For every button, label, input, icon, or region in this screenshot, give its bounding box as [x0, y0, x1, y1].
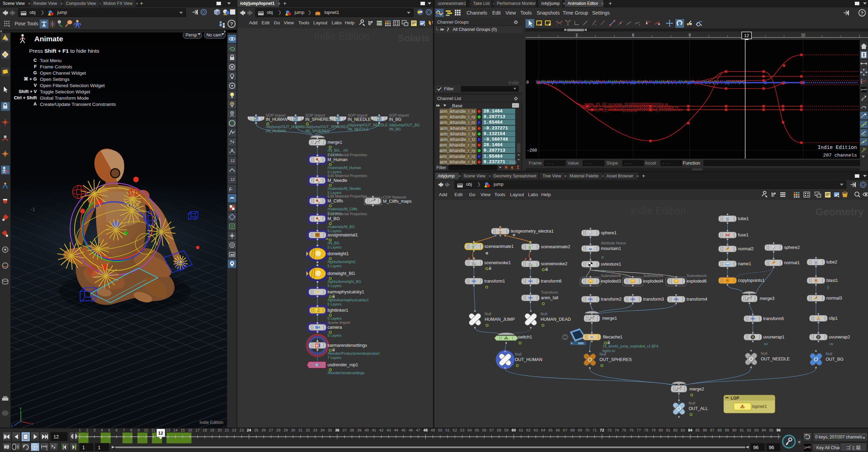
svg-text:/lights/karmaphysicalsky1: /lights/karmaphysicalsky1 — [327, 298, 369, 302]
svg-text:84: 84 — [688, 428, 692, 432]
svg-text:Null: Null — [515, 352, 521, 356]
svg-text:/IN_BG: /IN_BG — [389, 127, 401, 131]
svg-text:domelight1: domelight1 — [327, 251, 349, 256]
svg-text:5 Layers: 5 Layers — [327, 302, 341, 306]
svg-text:?: ? — [861, 10, 863, 16]
svg-text:41: 41 — [372, 428, 376, 432]
svg-text:6: 6 — [632, 33, 635, 37]
svg-text:0: 0 — [827, 285, 829, 290]
svg-text:Subnetwork: Subnetwork — [687, 274, 707, 278]
svg-text:5 Layers: 5 Layers — [327, 316, 341, 320]
svg-text:5 Layers: 5 Layers — [327, 284, 341, 288]
svg-text:50: 50 — [438, 428, 442, 432]
svg-text:82: 82 — [673, 428, 678, 432]
svg-text:2: 2 — [86, 428, 88, 432]
svg-text:9: 9 — [138, 428, 140, 432]
svg-text:OUT_BG: OUT_BG — [826, 357, 843, 362]
svg-text:207 channels: 207 channels — [823, 153, 857, 158]
svg-text:5: 5 — [108, 428, 110, 432]
svg-text:23: 23 — [239, 428, 244, 432]
svg-text:transform5: transform5 — [763, 316, 784, 321]
svg-text:blast1: blast1 — [826, 278, 838, 283]
svg-text:88: 88 — [717, 428, 722, 432]
svg-text:/IN_HUMAN: /IN_HUMAN — [266, 129, 286, 133]
svg-text:M_Cliffs_maps: M_Cliffs_maps — [383, 199, 411, 204]
svg-text:Open Filtered Selection Widget: Open Filtered Selection Widget — [40, 83, 105, 88]
svg-text:33: 33 — [313, 428, 317, 432]
svg-text:uvunwrap2: uvunwrap2 — [829, 335, 850, 340]
svg-text:86: 86 — [703, 428, 707, 432]
svg-text:60: 60 — [512, 428, 516, 432]
svg-text:x: x — [639, 23, 640, 26]
svg-text:13: 13 — [166, 428, 170, 432]
svg-text:57: 57 — [490, 428, 494, 432]
svg-text:M_Human: M_Human — [327, 157, 348, 162]
svg-text:tube2: tube2 — [826, 260, 837, 265]
svg-text:85: 85 — [696, 428, 700, 432]
svg-text:Create/Update Transient Constr: Create/Update Transient Constraints — [40, 102, 116, 107]
svg-text:?: ? — [230, 21, 233, 27]
svg-text:37: 37 — [342, 428, 347, 432]
svg-text:35: 35 — [328, 428, 332, 432]
svg-text:54: 54 — [467, 428, 471, 432]
svg-text:17: 17 — [195, 428, 199, 432]
svg-text:27: 27 — [269, 428, 273, 432]
svg-text:21: 21 — [225, 428, 229, 432]
svg-text:74: 74 — [614, 428, 619, 432]
svg-text:68: 68 — [570, 428, 575, 432]
svg-text:LOP: LOP — [731, 396, 739, 401]
svg-text:Indie Edition: Indie Edition — [631, 205, 686, 216]
svg-text:-1: -1 — [31, 206, 35, 212]
svg-text:Tool Menu: Tool Menu — [40, 58, 61, 63]
svg-text:9: 9 — [689, 33, 691, 37]
svg-text:64: 64 — [541, 428, 545, 432]
svg-text:48: 48 — [423, 428, 427, 432]
svg-text:Toggle Selection Widget: Toggle Selection Widget — [40, 89, 90, 94]
svg-text:OUT_SPHERES: OUT_SPHERES — [599, 357, 632, 362]
svg-text:53: 53 — [460, 428, 464, 432]
svg-text:/materials/M_Human: /materials/M_Human — [327, 166, 361, 170]
svg-text:Persp: Persp — [186, 33, 197, 37]
svg-text:29: 29 — [283, 428, 288, 432]
svg-text:Null: Null — [689, 401, 695, 405]
svg-text:/Render/rendersettings: /Render/rendersettings — [327, 371, 365, 375]
svg-text:y: y — [20, 407, 22, 410]
svg-text:16_kinefx_jump_exploded_v1.$F4: 16_kinefx_jump_exploded_v1.$F4. — [603, 344, 659, 348]
svg-text:94: 94 — [761, 428, 766, 432]
svg-text:24: 24 — [247, 428, 251, 432]
svg-text:copytopoints1: copytopoints1 — [738, 278, 765, 283]
svg-text:M_Needle: M_Needle — [327, 178, 347, 183]
svg-text:5 Layers: 5 Layers — [327, 245, 341, 249]
svg-text:46: 46 — [409, 428, 413, 432]
svg-text:tx: tx — [862, 133, 865, 136]
svg-text:/lights/domelight_BG: /lights/domelight_BG — [327, 279, 361, 284]
svg-text:80: 80 — [659, 428, 663, 432]
svg-text:/materials/M_Cliffs: /materials/M_Cliffs — [327, 207, 357, 211]
svg-text:Solaris: Solaris — [398, 33, 429, 43]
svg-text:Subnetwork: Subnetwork — [643, 274, 664, 278]
svg-text:5 Layers: 5 Layers — [327, 264, 341, 268]
svg-text:Global Transform Mode: Global Transform Mode — [40, 95, 89, 101]
svg-text:/lights/domelight1: /lights/domelight1 — [327, 260, 356, 264]
svg-text:75: 75 — [622, 428, 626, 432]
svg-text:tube1: tube1 — [738, 216, 749, 221]
svg-text:10: 10 — [144, 428, 148, 432]
svg-text:exploded3: exploded3 — [601, 279, 621, 284]
svg-text:filecache1: filecache1 — [603, 335, 622, 340]
svg-text:Null: Null — [761, 351, 767, 355]
svg-text:25: 25 — [254, 428, 258, 432]
svg-text:usdrender_rop1: usdrender_rop1 — [327, 362, 358, 367]
svg-text:26: 26 — [262, 428, 266, 432]
svg-text:/obj/jump/OUT_SPHERES: /obj/jump/OUT_SPHERES — [305, 125, 348, 129]
svg-text:transform4: transform4 — [687, 297, 707, 302]
svg-text:/obj/jump/OUT_NEEDLE: /obj/jump/OUT_NEEDLE — [348, 123, 388, 127]
svg-text:73: 73 — [607, 428, 611, 432]
svg-text:7 Layers: 7 Layers — [327, 355, 341, 360]
svg-text:F: F — [34, 64, 37, 69]
svg-text:uvtexture1: uvtexture1 — [601, 262, 621, 267]
svg-text:43: 43 — [386, 428, 391, 432]
svg-text:uv: uv — [602, 269, 606, 273]
svg-text:70: 70 — [585, 428, 589, 432]
svg-text:38: 38 — [350, 428, 354, 432]
svg-text:15: 15 — [801, 33, 806, 37]
